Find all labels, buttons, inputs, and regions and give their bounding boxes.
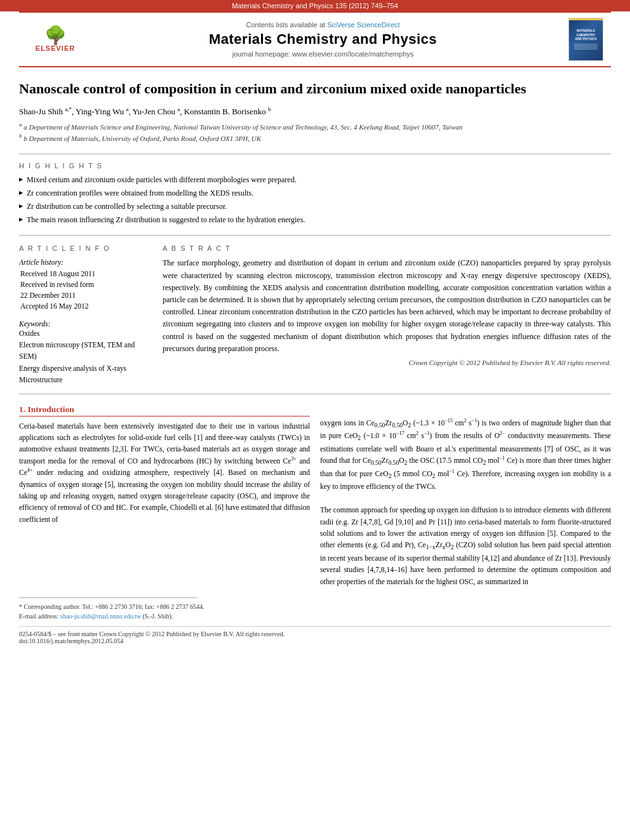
keywords-section: Keywords: Oxides Electron microscopy (ST… [19, 320, 152, 386]
highlights-title: H I G H L I G H T S [19, 162, 611, 170]
article-history: Article history: Received 18 August 2011… [19, 257, 152, 312]
divider-3 [19, 394, 611, 394]
keyword-item: Oxides [19, 328, 152, 339]
accepted-date: Accepted 16 May 2012 [20, 301, 152, 312]
doi-line: 0254-0584/$ – see front matter Crown Cop… [19, 626, 611, 644]
cover-title: MATERIALSCHEMISTRYAND PHYSICS [575, 29, 596, 41]
received-date: Received 18 August 2011 [20, 269, 152, 279]
abstract-column: A B S T R A C T The surface morphology, … [163, 244, 611, 385]
elsevier-tree-icon: 🌳 [44, 27, 67, 44]
sciverse-link[interactable]: SciVerse ScienceDirect [327, 21, 399, 29]
journal-homepage: journal homepage: www.elsevier.com/locat… [84, 50, 562, 58]
keywords-title: Keywords: [19, 320, 152, 328]
footnote-block: * Corresponding author. Tel.: +886 2 273… [19, 602, 611, 621]
divider-2 [19, 235, 611, 236]
keyword-item: Energy dispersive analysis of X-rays [19, 363, 152, 374]
body-left-text: Ceria-based materials have been extensiv… [19, 420, 310, 526]
journal-citation-bar: Materials Chemistry and Physics 135 (201… [0, 0, 630, 11]
elsevier-logo: 🌳 ELSEVIER [27, 27, 84, 52]
doi-text: doi:10.1016/j.matchemphys.2012.05.054 [19, 637, 611, 644]
affiliations: a a Department of Materials Science and … [19, 121, 611, 143]
author-sup-a3: a [177, 106, 180, 112]
cover-image: MATERIALSCHEMISTRYAND PHYSICS [568, 18, 603, 61]
highlight-item: Zr concentration profiles were obtained … [19, 188, 611, 199]
highlight-item: Zr distribution can be controlled by sel… [19, 201, 611, 212]
abstract-title: A B S T R A C T [163, 244, 611, 252]
journal-center-info: Contents lists available at SciVerse Sci… [84, 21, 562, 58]
article-title: Nanoscale control of composition in ceri… [19, 80, 611, 98]
elsevier-label: ELSEVIER [36, 44, 75, 52]
body-left-column: 1. Introduction Ceria-based materials ha… [19, 404, 310, 588]
journal-title: Materials Chemistry and Physics [84, 31, 562, 48]
author-sup-a: a,* [65, 106, 72, 112]
journal-header: 🌳 ELSEVIER Contents lists available at S… [19, 11, 611, 67]
highlight-item: Mixed cerium and zirconium oxide particl… [19, 175, 611, 185]
divider-1 [19, 154, 611, 154]
footnote-divider [19, 597, 197, 598]
authors-line: Shao-Ju Shih a,*, Ying-Ying Wu a, Yu-Jen… [19, 106, 611, 117]
revised-date: 22 December 2011 [20, 290, 152, 301]
main-content: Nanoscale control of composition in ceri… [0, 80, 630, 644]
highlight-item: The main reason influencing Zr distribut… [19, 215, 611, 225]
author-sup-a2: a [126, 106, 128, 112]
revised-label: Received in revised form [20, 279, 152, 290]
homepage-url: www.elsevier.com/locate/matchemphys [292, 50, 413, 58]
article-info-column: A R T I C L E I N F O Article history: R… [19, 244, 152, 385]
section1-heading: 1. Introduction [19, 404, 310, 417]
issn-text: 0254-0584/$ – see front matter Crown Cop… [19, 630, 611, 637]
article-info-title: A R T I C L E I N F O [19, 244, 152, 252]
author-sup-b: b [268, 106, 271, 112]
citation-text: Materials Chemistry and Physics 135 (201… [232, 2, 398, 10]
body-section: 1. Introduction Ceria-based materials ha… [19, 404, 611, 588]
journal-cover-thumbnail: MATERIALSCHEMISTRYAND PHYSICS [562, 18, 603, 61]
copyright-line: Crown Copyright © 2012 Published by Else… [163, 359, 611, 366]
abstract-text: The surface morphology, geometry and dis… [163, 257, 611, 355]
footnote-star: * Corresponding author. Tel.: +886 2 273… [19, 602, 611, 611]
highlights-section: H I G H L I G H T S Mixed cerium and zir… [19, 162, 611, 225]
footnote-email: E-mail address: shao-ju.shih@mail.ntust.… [19, 611, 611, 621]
article-info-abstract: A R T I C L E I N F O Article history: R… [19, 244, 611, 385]
body-right-text: oxygen ions in Ce0.50Zr0.50O2 (~1.3 × 10… [320, 417, 611, 588]
keyword-item: Microstructure [19, 374, 152, 385]
keyword-item: Electron microscopy (STEM, TEM and SEM) [19, 339, 152, 363]
history-label: Article history: [19, 257, 152, 268]
body-right-column: oxygen ions in Ce0.50Zr0.50O2 (~1.3 × 10… [320, 404, 611, 588]
contents-line: Contents lists available at SciVerse Sci… [84, 21, 562, 29]
